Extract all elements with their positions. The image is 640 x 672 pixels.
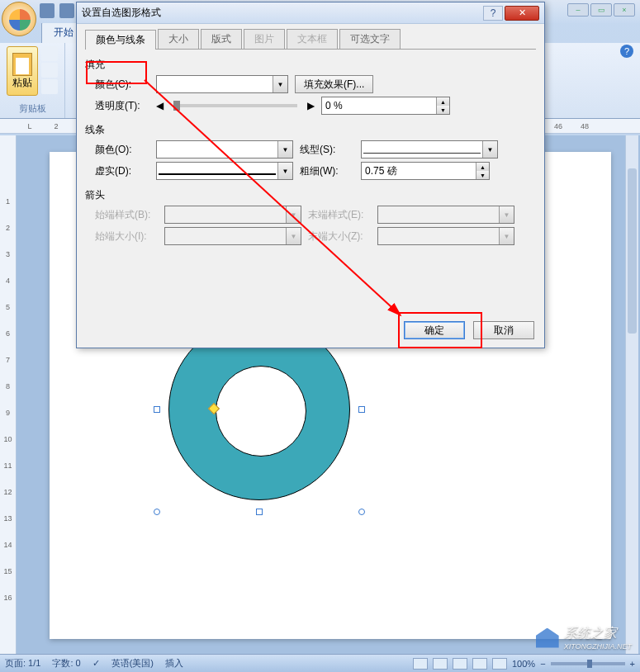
zoom-slider[interactable]: [551, 662, 625, 665]
dialog-titlebar[interactable]: 设置自选图形格式 ? ✕: [77, 2, 544, 24]
view-outline-icon[interactable]: [472, 658, 487, 670]
restore-button[interactable]: ▭: [590, 3, 612, 17]
line-weight-value: 0.75 磅: [365, 164, 397, 178]
view-web-icon[interactable]: [453, 658, 467, 670]
line-dash-combo[interactable]: ▼: [156, 162, 293, 180]
paste-label: 粘贴: [12, 76, 32, 90]
minimize-button[interactable]: –: [567, 3, 589, 17]
fill-section-title: 填充: [85, 58, 536, 72]
end-style-label: 末端样式(E):: [308, 208, 371, 222]
end-style-combo: ▼: [377, 206, 514, 224]
status-proofing-icon[interactable]: ✓: [92, 658, 100, 669]
dialog-button-row: 确定 取消: [404, 321, 534, 339]
tab-size[interactable]: 大小: [158, 29, 199, 49]
view-fullscreen-icon[interactable]: [433, 658, 448, 670]
dialog-help-button[interactable]: ?: [483, 6, 503, 21]
quick-access-toolbar: [40, 3, 74, 18]
watermark-logo-icon: [536, 628, 559, 648]
chevron-down-icon: ▼: [273, 76, 287, 92]
line-weight-spinner[interactable]: 0.75 磅 ▲▼: [361, 162, 490, 180]
copy-icon[interactable]: [41, 63, 58, 78]
status-bar: 页面: 1/1 字数: 0 ✓ 英语(美国) 插入 100% − +: [0, 654, 640, 672]
chevron-down-icon: ▼: [277, 163, 292, 179]
view-draft-icon[interactable]: [492, 658, 507, 670]
chevron-down-icon: ▼: [482, 141, 497, 158]
status-page[interactable]: 页面: 1/1: [5, 657, 40, 670]
transparency-slider[interactable]: [173, 104, 297, 107]
line-style-label: 线型(S):: [300, 143, 354, 157]
line-style-combo[interactable]: ▼: [361, 140, 498, 159]
format-autoshape-dialog: 设置自选图形格式 ? ✕ 颜色与线条 大小 版式 图片 文本框 可选文字 填充 …: [76, 2, 545, 348]
watermark: 系统之家 XITONGZHIJIA.NET: [536, 625, 632, 651]
fill-color-combo[interactable]: ▼: [156, 75, 288, 93]
resize-handle-bl[interactable]: [154, 509, 160, 515]
window-controls: – ▭ ×: [567, 3, 635, 17]
cut-icon[interactable]: [41, 46, 58, 61]
dialog-close-button[interactable]: ✕: [505, 6, 539, 21]
cancel-button[interactable]: 取消: [473, 321, 534, 339]
vertical-ruler: 12345678910111213141516: [0, 135, 17, 654]
fill-color-label: 颜色(C):: [95, 78, 149, 92]
qat-undo-icon[interactable]: [59, 3, 74, 18]
begin-size-combo: ▼: [164, 227, 301, 245]
resize-handle-l[interactable]: [154, 406, 160, 413]
status-words[interactable]: 字数: 0: [52, 657, 80, 670]
line-weight-label: 粗细(W):: [300, 164, 354, 178]
word-app-window: – ▭ × 开始 粘贴 剪贴板 ? L2444648: [0, 0, 640, 672]
end-size-label: 末端大小(Z):: [308, 230, 371, 244]
clipboard-group: 粘贴 剪贴板: [0, 43, 65, 118]
resize-handle-r[interactable]: [358, 406, 365, 413]
watermark-brand: 系统之家: [564, 625, 632, 642]
status-language[interactable]: 英语(美国): [111, 657, 154, 670]
status-insert-mode[interactable]: 插入: [165, 657, 183, 670]
transparency-label: 透明度(T):: [95, 99, 149, 113]
fill-effects-button[interactable]: 填充效果(F)...: [295, 75, 373, 93]
close-window-button[interactable]: ×: [614, 3, 635, 17]
office-button[interactable]: [2, 2, 36, 36]
resize-handle-b[interactable]: [256, 509, 263, 515]
vertical-scrollbar[interactable]: [625, 135, 638, 654]
begin-size-label: 始端大小(I):: [95, 230, 158, 244]
line-dash-label: 虚实(D):: [95, 164, 149, 178]
ok-button[interactable]: 确定: [404, 321, 465, 339]
zoom-out-button[interactable]: −: [540, 659, 545, 669]
zoom-in-button[interactable]: +: [630, 659, 635, 669]
begin-style-label: 始端样式(B):: [95, 208, 158, 222]
transparency-spinner[interactable]: 0 % ▲▼: [321, 97, 450, 115]
group-label-clipboard: 剪贴板: [7, 102, 58, 115]
view-print-layout-icon[interactable]: [413, 658, 428, 670]
zoom-level[interactable]: 100%: [512, 659, 535, 669]
dialog-tabstrip: 颜色与线条 大小 版式 图片 文本框 可选文字: [85, 29, 536, 50]
tab-layout[interactable]: 版式: [201, 29, 242, 49]
arrows-section-title: 箭头: [85, 188, 536, 202]
tab-alt-text[interactable]: 可选文字: [339, 29, 401, 49]
paste-button[interactable]: 粘贴: [7, 46, 38, 96]
scroll-thumb[interactable]: [628, 168, 637, 334]
tab-picture: 图片: [244, 29, 285, 49]
line-color-combo[interactable]: ▼: [156, 140, 293, 159]
line-section-title: 线条: [85, 123, 536, 137]
begin-style-combo: ▼: [164, 206, 301, 224]
watermark-url: XITONGZHIJIA.NET: [564, 642, 632, 651]
end-size-combo: ▼: [377, 227, 514, 245]
resize-handle-br[interactable]: [358, 509, 365, 515]
line-color-label: 颜色(O):: [95, 143, 149, 157]
format-painter-icon[interactable]: [41, 79, 58, 94]
tab-colors-lines[interactable]: 颜色与线条: [85, 30, 156, 50]
transparency-value: 0 %: [325, 100, 343, 111]
chevron-down-icon: ▼: [277, 141, 292, 158]
tab-textbox: 文本框: [287, 29, 338, 49]
paste-icon: [12, 53, 32, 76]
help-icon[interactable]: ?: [620, 45, 633, 58]
qat-save-icon[interactable]: [40, 3, 55, 18]
dialog-title: 设置自选图形格式: [82, 6, 483, 20]
